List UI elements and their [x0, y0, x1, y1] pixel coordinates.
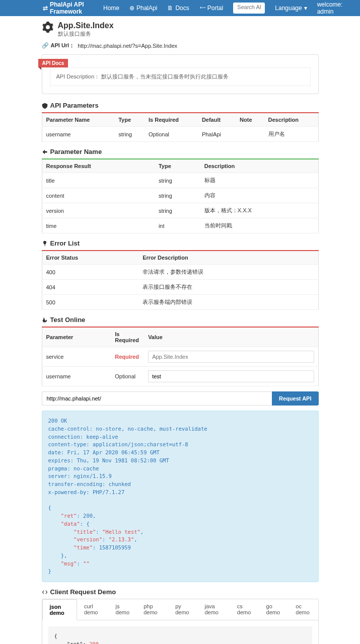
tab-py-demo[interactable]: py demo: [168, 599, 197, 620]
tab-php-demo[interactable]: php demo: [136, 599, 168, 620]
response-box: 200 OK cache-control: no-store, no-cache…: [42, 411, 319, 582]
nav-docs[interactable]: 🗎Docs: [162, 5, 194, 12]
table-row: usernamestringOptionalPhalApi用户名: [42, 127, 318, 142]
nav-portal[interactable]: ⬳Portal: [194, 5, 228, 12]
table-row: serviceRequired: [42, 347, 318, 367]
language-dropdown[interactable]: Language ▾: [270, 5, 312, 12]
tab-js-demo[interactable]: js demo: [109, 599, 137, 620]
page-header: App.Site.Index 默认接口服务: [42, 21, 319, 38]
api-url[interactable]: http://mac.phalapi.net/?s=App.Site.Index: [78, 43, 177, 49]
section-test-online: Test Online: [42, 316, 319, 324]
tab-curl-demo[interactable]: curl demo: [77, 599, 109, 620]
table-row: 400非法请求，参数传递错误: [42, 265, 318, 280]
request-url-input[interactable]: [42, 391, 272, 406]
api-url-row: 🔗 API Url： http://mac.phalapi.net/?s=App…: [42, 42, 319, 49]
section-returns: Parameter Name: [42, 148, 319, 155]
api-docs-badge: API Docs: [38, 59, 68, 67]
api-docs-card: API Docs API Description： 默认接口服务，当未指定接口服…: [42, 54, 319, 94]
doc-icon: 🗎: [167, 5, 173, 12]
api-subtitle: 默认接口服务: [58, 30, 114, 38]
request-api-button[interactable]: Request API: [272, 391, 318, 406]
demo-card: json democurl demojs demophp demopy demo…: [42, 599, 319, 644]
search-input[interactable]: [237, 4, 261, 10]
demo-code: { "ret": 200, "data": { "title": "Hello …: [48, 626, 312, 644]
table-row: usernameOptional: [42, 367, 318, 386]
search-box[interactable]: [233, 3, 265, 14]
test-table: ParameterIs RequiredValue serviceRequire…: [42, 327, 319, 386]
tab-json-demo[interactable]: json demo: [42, 599, 77, 620]
table-row: 404表示接口服务不存在: [42, 280, 318, 295]
brand-icon: ⇄: [43, 5, 48, 12]
params-table: Parameter NameTypeIs RequiredDefaultNote…: [42, 112, 319, 142]
chart-icon: ⬳: [199, 5, 205, 12]
table-row: timeint当前时间戳: [42, 218, 318, 233]
errors-table: Error StatusError Description 400非法请求，参数…: [42, 250, 319, 310]
returns-table: Response ResultTypeDescription titlestri…: [42, 158, 319, 233]
section-api-parameters: API Parameters: [42, 102, 319, 109]
table-row: versionstring版本，格式：X.X.X: [42, 203, 318, 218]
demo-tabs: json democurl demojs demophp demopy demo…: [42, 599, 318, 620]
chevron-down-icon: ▾: [304, 5, 307, 12]
tab-oc-demo[interactable]: oc demo: [289, 599, 318, 620]
gears-icon: [42, 21, 54, 35]
link-icon: 🔗: [42, 42, 49, 49]
param-input[interactable]: [148, 351, 314, 363]
section-errors: Error List: [42, 239, 319, 247]
nav-phalapi[interactable]: ⊕PhalApi: [124, 5, 162, 12]
welcome-text: welcome: admin: [312, 1, 350, 15]
nav-home[interactable]: Home: [98, 5, 124, 12]
param-input[interactable]: [148, 370, 314, 382]
brand[interactable]: ⇄ PhalApi API Framework: [43, 1, 91, 15]
api-title: App.Site.Index: [58, 21, 114, 30]
section-client-demo: Client Request Demo: [42, 588, 319, 596]
globe-icon: ⊕: [129, 5, 134, 12]
table-row: 500表示服务端内部错误: [42, 295, 318, 310]
tab-go-demo[interactable]: go demo: [259, 599, 289, 620]
table-row: titlestring标题: [42, 173, 318, 188]
table-row: contentstring内容: [42, 188, 318, 203]
request-row: Request API: [42, 391, 319, 406]
top-navbar: ⇄ PhalApi API Framework Home ⊕PhalApi 🗎D…: [0, 0, 360, 16]
tab-cs-demo[interactable]: cs demo: [230, 599, 259, 620]
tab-java-demo[interactable]: java demo: [197, 599, 230, 620]
